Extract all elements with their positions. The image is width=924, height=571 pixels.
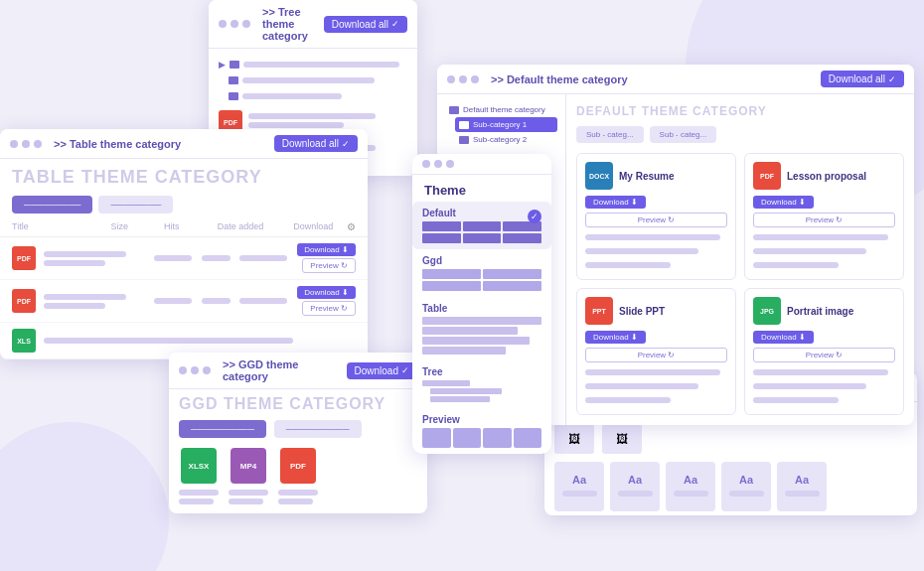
sub-cat-bar: Sub - categ... Sub - categ... [576, 126, 904, 143]
ggd-filter-2[interactable]: ────────── [274, 420, 362, 438]
fp-file-1: Aa [554, 462, 604, 511]
t-dot3 [34, 140, 42, 148]
lesson-preview-btn[interactable]: Preview ↻ [753, 213, 895, 227]
ggd-cell [483, 281, 541, 291]
ggd-skel-1 [179, 487, 219, 507]
ggd-mp4-icon: MP4 [231, 448, 266, 484]
sub-cat-btn-1[interactable]: Sub - categ... [576, 126, 644, 143]
tree-titlebar: >> Tree theme category Download all [209, 0, 417, 49]
fp-letter-4: Aa [739, 474, 753, 486]
row1-preview-btn[interactable]: Preview ↻ [302, 258, 356, 273]
ggd-file-2: MP4 [229, 448, 268, 507]
nav-sub2-label: Sub-category 2 [473, 135, 527, 144]
t-dot1 [10, 140, 18, 148]
tree-folder-2 [229, 76, 238, 84]
gear-icon[interactable]: ⚙ [347, 221, 356, 232]
tree-preview-line [430, 388, 502, 394]
ppt-skels [585, 366, 727, 406]
tree-title: >> Tree theme category [262, 6, 320, 42]
row2-skels [44, 291, 146, 312]
ggd-cell [422, 269, 481, 279]
theme-titlebar [412, 154, 551, 175]
theme-table-preview [422, 317, 541, 355]
tree-indent [229, 74, 407, 102]
lesson-actions: Download ⬇ [753, 196, 895, 209]
ggd-cell [422, 281, 481, 291]
theme-selector-window: Theme ✓ Default Ggd Table [412, 154, 551, 454]
file-card-lesson: PDF Lesson proposal Download ⬇ Preview ↻ [744, 153, 904, 280]
theme-option-preview[interactable]: Preview [412, 408, 551, 454]
filter-btn-1[interactable]: ───────── [12, 196, 92, 214]
resume-preview-btn[interactable]: Preview ↻ [585, 213, 727, 227]
portrait-preview-btn[interactable]: Preview ↻ [753, 348, 895, 362]
table-download-btn[interactable]: Download all [274, 135, 358, 152]
theme-option-default[interactable]: ✓ Default [412, 202, 551, 249]
lesson-dl-btn[interactable]: Download ⬇ [753, 196, 814, 209]
tree-preview-line [422, 380, 470, 386]
resume-name: My Resume [619, 171, 727, 182]
default-title: >> Default theme category [491, 73, 817, 85]
table-preview-row [422, 327, 518, 335]
col-dl: Download [293, 221, 339, 232]
theme-option-ggd[interactable]: Ggd [412, 249, 551, 297]
table-window: >> Table theme category Download all TAB… [0, 129, 368, 359]
pv-cell [483, 428, 512, 448]
preview-cell [422, 221, 461, 231]
ppt-icon: PPT [585, 297, 613, 325]
portrait-skels [753, 366, 895, 406]
row2-icon: PDF [12, 289, 36, 313]
theme-ggd-label: Ggd [422, 255, 541, 266]
default-download-btn[interactable]: Download all [821, 71, 904, 87]
dot1 [219, 20, 227, 28]
ppt-preview-btn[interactable]: Preview ↻ [585, 348, 727, 362]
ggd-download-btn[interactable]: Download [347, 362, 417, 379]
sub-cat-btn-2[interactable]: Sub - categ... [650, 126, 717, 143]
ggd-filter-row: ────────── ────────── [169, 416, 427, 442]
nav-folder-sub1 [459, 121, 469, 129]
file-card-header-ppt: PPT Slide PPT [585, 297, 727, 325]
portrait-dl-btn[interactable]: Download ⬇ [753, 331, 814, 344]
d-dot3 [471, 75, 479, 83]
col-hits: Hits [164, 221, 210, 232]
theme-preview-preview [422, 428, 541, 448]
tree-download-btn[interactable]: Download all [324, 16, 407, 33]
theme-table-label: Table [422, 303, 541, 314]
file-card-header-portrait: JPG Portrait image [753, 297, 895, 325]
nav-sub2[interactable]: Sub-category 2 [455, 132, 557, 147]
resume-docx-icon: DOCX [585, 162, 613, 190]
nav-root-label: Default theme category [463, 105, 545, 114]
fp-letter-2: Aa [628, 474, 642, 486]
theme-default-label: Default [422, 208, 541, 218]
table-row: PDF Download ⬇ Preview ↻ [0, 280, 368, 323]
selected-check-icon: ✓ [528, 210, 541, 223]
ggd-filter-1[interactable]: ────────── [179, 420, 266, 438]
g-dot3 [203, 366, 211, 374]
row2-preview-btn[interactable]: Preview ↻ [302, 301, 356, 316]
lesson-name: Lesson proposal [787, 171, 895, 182]
preview-cell [463, 221, 502, 231]
ggd-cell [483, 269, 541, 279]
row1-skels [44, 248, 146, 269]
nav-folder-root [449, 106, 459, 114]
tree-folder-3 [229, 92, 238, 100]
nav-root[interactable]: Default theme category [445, 102, 557, 117]
filter-btn-2[interactable]: ──────── [98, 196, 173, 214]
g-dot2 [191, 366, 199, 374]
row1-actions: Download ⬇ Preview ↻ [297, 243, 356, 273]
theme-option-table[interactable]: Table [412, 297, 551, 360]
theme-selector-title: Theme [412, 175, 551, 202]
table-titlebar: >> Table theme category Download all [0, 129, 368, 159]
ggd-window: >> GGD theme category Download GGD THEME… [169, 353, 427, 513]
pv-cell [453, 428, 482, 448]
fp-letter-5: Aa [795, 474, 809, 486]
theme-tree-preview [422, 380, 541, 402]
fp-thumb-2: 🖼 [602, 424, 642, 454]
ppt-dl-btn[interactable]: Download ⬇ [585, 331, 646, 344]
row1-dl-btn[interactable]: Download ⬇ [297, 243, 356, 256]
table-title: >> Table theme category [54, 138, 270, 150]
resume-dl-btn[interactable]: Download ⬇ [585, 196, 646, 209]
nav-sub1[interactable]: Sub-category 1 [455, 117, 557, 132]
row2-dl-btn[interactable]: Download ⬇ [297, 286, 356, 299]
ggd-skel-3 [278, 487, 318, 507]
theme-option-tree[interactable]: Tree [412, 360, 551, 408]
